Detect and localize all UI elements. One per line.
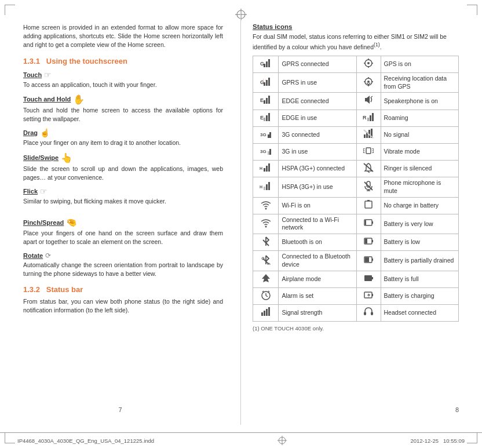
table-row: HHSPA (3G+) in usePhone microphone is mu… [253, 177, 459, 197]
flick-label: Flick [23, 188, 38, 195]
svg-rect-28 [266, 98, 268, 104]
svg-rect-27 [264, 100, 265, 104]
touch-description: To access an application, touch it with … [23, 81, 223, 89]
svg-point-19 [367, 81, 370, 83]
label-hspa_connected: HSPA (3G+) connected [279, 161, 356, 177]
label-battery_full: Battery is full [381, 271, 458, 287]
label-gprs_connected: GPRS connected [279, 56, 356, 72]
touch-icon: ☞ [44, 70, 52, 79]
pinch-description: Place your fingers of one hand on the sc… [23, 229, 223, 246]
footer-left-text: IP4468_4030A_4030E_QG_Eng_USA_04_121225.… [17, 438, 154, 444]
left-page: Home screen is provided in an extended f… [0, 12, 241, 425]
rotate-description: Automatically change the screen orientat… [23, 261, 223, 278]
svg-rect-48 [268, 151, 269, 155]
svg-line-25 [368, 83, 370, 85]
label-ringer_silenced: Ringer is silenced [381, 161, 458, 177]
table-row: 3G3G connectedNo signal [253, 126, 459, 143]
icon-battery_charging [356, 287, 381, 304]
svg-rect-36 [367, 118, 369, 121]
svg-rect-33 [266, 115, 268, 121]
icon-hspa_use: H [253, 177, 279, 197]
svg-line-54 [373, 148, 374, 150]
svg-rect-58 [264, 168, 265, 172]
table-row: Wi-Fi is onNo charge in battery [253, 197, 459, 214]
label-no_signal: No signal [381, 126, 458, 143]
label-3g_use: 3G in use [279, 143, 356, 160]
pinch-heading-row: Pinch/Spread 🤏 [23, 217, 223, 228]
table-row: G↑↓GPRS in useReceiving location data fr… [253, 73, 459, 93]
slide-heading-row: Slide/Swipe 👆 [23, 152, 223, 163]
label-headset: Headset connected [381, 304, 458, 321]
svg-rect-76 [372, 221, 373, 224]
icon-signal_strength [253, 304, 279, 321]
status-bar-text: From status bar, you can view both phone… [23, 297, 223, 315]
svg-point-74 [265, 226, 266, 228]
svg-line-56 [373, 152, 374, 153]
icon-bluetooth_connected [253, 251, 279, 271]
svg-rect-99 [364, 312, 366, 315]
table-row: Connected to a Bluetooth deviceBattery i… [253, 251, 459, 271]
svg-rect-59 [266, 166, 268, 172]
right-page: Status icons For dual SIM model, status … [241, 12, 482, 425]
footnote: (1) ONE TOUCH 4030E only. [253, 325, 459, 332]
page-number-right: 8 [455, 406, 459, 413]
svg-rect-72 [365, 201, 372, 208]
table-row: EEDGE in useRRoaming [253, 110, 459, 126]
flick-description: Similar to swiping, but flicking makes i… [23, 197, 223, 206]
svg-line-53 [363, 152, 364, 153]
flick-heading-row: Flick ☞ [23, 187, 223, 196]
footer-bar: IP4468_4030A_4030E_QG_Eng_USA_04_121225.… [0, 432, 482, 448]
svg-rect-97 [266, 309, 268, 316]
icon-alarm [253, 287, 279, 304]
section-1-3-2-heading: 1.3.2 Status bar [23, 285, 223, 294]
label-hspa_use: HSPA (3G+) in use [279, 177, 356, 197]
label-vibrate: Vibrate mode [381, 143, 458, 160]
svg-rect-85 [365, 257, 369, 262]
pinch-label: Pinch/Spread [23, 219, 64, 226]
drag-icon: ☝ [40, 128, 50, 137]
svg-rect-42 [364, 134, 366, 138]
footer-crosshair-icon [277, 435, 287, 446]
svg-rect-16 [268, 78, 270, 86]
rotate-heading-row: Rotate ⟳ [23, 252, 223, 260]
icon-receiving_gps [356, 73, 381, 93]
icon-battery_partial [356, 251, 381, 271]
icon-headset [356, 304, 381, 321]
label-battery_very_low: Battery is very low [381, 214, 458, 234]
icon-gprs_connected: G [253, 56, 279, 72]
svg-text:R: R [363, 115, 367, 121]
pinch-icon: 🤏 [66, 217, 77, 228]
status-icons-table: GGPRS connectedGPS is onG↑↓GPRS in useRe… [253, 56, 459, 322]
drag-heading-row: Drag ☝ [23, 128, 223, 137]
flick-icon: ☞ [40, 187, 48, 196]
touch-hold-icon: ✋ [73, 94, 85, 105]
icon-gps_on [356, 56, 381, 72]
svg-rect-77 [365, 220, 366, 225]
label-airplane: Airplane mode [279, 271, 356, 287]
table-row: Signal strengthHeadset connected [253, 304, 459, 321]
svg-rect-65 [266, 184, 268, 190]
svg-rect-41 [269, 132, 271, 138]
svg-text:E: E [260, 115, 264, 121]
svg-rect-100 [371, 312, 373, 315]
svg-rect-49 [269, 149, 271, 155]
label-roaming: Roaming [381, 110, 458, 126]
table-row: GGPRS connectedGPS is on [253, 56, 459, 72]
slide-icon: 👆 [61, 152, 72, 163]
svg-rect-60 [268, 163, 270, 172]
icon-vibrate [356, 143, 381, 160]
table-row: EEDGE connectedSpeakerphone is on [253, 93, 459, 110]
table-row: Alarm is setBattery is charging [253, 287, 459, 304]
status-intro: For dual SIM model, status icons referri… [253, 32, 459, 51]
icon-wifi_connected [253, 214, 279, 234]
icon-speakerphone [356, 93, 381, 110]
svg-line-24 [367, 83, 368, 85]
svg-text:↑↓: ↑↓ [262, 78, 266, 82]
label-wifi_on: Wi-Fi is on [279, 197, 356, 214]
svg-text:E: E [260, 97, 264, 103]
label-battery_low: Battery is low [381, 234, 458, 251]
svg-rect-38 [372, 113, 374, 121]
touch-heading-row: Touch ☞ [23, 70, 223, 79]
icon-phone_mic_mute [356, 177, 381, 197]
svg-rect-37 [370, 115, 371, 121]
